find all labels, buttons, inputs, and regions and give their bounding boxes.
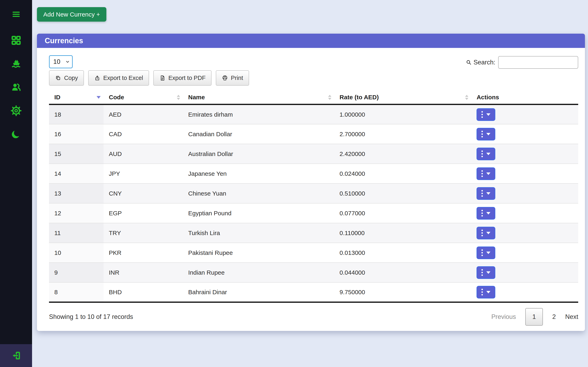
cell-id: 10 <box>49 243 104 263</box>
logout-icon <box>11 350 22 361</box>
row-actions-dropdown-button[interactable] <box>476 207 495 220</box>
sort-icon <box>465 95 468 100</box>
copy-icon <box>55 75 61 81</box>
cell-actions <box>471 263 578 282</box>
cell-rate: 2.700000 <box>334 124 471 144</box>
row-actions-dropdown-button[interactable] <box>476 286 495 299</box>
caret-down-icon <box>486 153 490 155</box>
cell-actions <box>471 164 578 184</box>
cell-name: Turkish Lira <box>183 223 334 243</box>
table-body: 18 AED Emirates dirham 1.000000 16 CAD C… <box>49 104 578 302</box>
search-box: Search: <box>466 56 578 69</box>
sidebar-item-dark-mode[interactable] <box>10 129 22 140</box>
pagination-next[interactable]: Next <box>565 313 578 320</box>
kebab-menu-icon <box>481 170 483 177</box>
export-pdf-button[interactable]: Export to PDF <box>153 70 212 86</box>
cell-code: JPY <box>104 164 183 184</box>
cell-actions <box>471 124 578 144</box>
sort-icon <box>328 95 331 100</box>
cell-code: CAD <box>104 124 183 144</box>
export-excel-button[interactable]: Export to Excel <box>88 70 149 86</box>
row-actions-dropdown-button[interactable] <box>476 247 495 259</box>
row-actions-dropdown-button[interactable] <box>476 167 495 180</box>
print-button[interactable]: Print <box>216 70 249 86</box>
row-actions-dropdown-button[interactable] <box>476 187 495 200</box>
sidebar-item-settings[interactable] <box>10 105 22 116</box>
cell-name: Chinese Yuan <box>183 184 334 203</box>
caret-down-icon <box>486 113 490 116</box>
cell-rate: 0.110000 <box>334 223 471 243</box>
printer-icon <box>222 75 228 81</box>
page-size-select[interactable]: 10 <box>49 55 73 68</box>
cell-id: 14 <box>49 164 104 184</box>
kebab-menu-icon <box>481 190 483 197</box>
caret-down-icon <box>486 192 490 195</box>
kebab-menu-icon <box>481 249 483 256</box>
kebab-menu-icon <box>481 111 483 118</box>
sort-icon <box>177 95 180 100</box>
column-header-name[interactable]: Name <box>183 91 334 104</box>
cell-code: AUD <box>104 144 183 164</box>
table-row: 12 EGP Egyptian Pound 0.077000 <box>49 203 578 223</box>
cell-name: Indian Rupee <box>183 263 334 282</box>
cell-id: 12 <box>49 203 104 223</box>
chevron-down-icon <box>65 59 70 64</box>
column-header-id[interactable]: ID <box>49 91 104 104</box>
page-size-value: 10 <box>53 58 60 66</box>
dashboard-grid-icon <box>11 35 21 46</box>
cell-name: Egyptian Pound <box>183 203 334 223</box>
pagination-page-1[interactable]: 1 <box>525 308 543 325</box>
cell-code: TRY <box>104 223 183 243</box>
caret-down-icon <box>486 173 490 175</box>
row-actions-dropdown-button[interactable] <box>476 148 495 160</box>
table-row: 14 JPY Japanese Yen 0.024000 <box>49 164 578 184</box>
cell-name: Emirates dirham <box>183 104 334 124</box>
column-header-actions: Actions <box>471 91 578 104</box>
sidebar-footer <box>0 344 32 367</box>
row-actions-dropdown-button[interactable] <box>476 128 495 141</box>
row-actions-dropdown-button[interactable] <box>476 108 495 121</box>
pagination-page-2[interactable]: 2 <box>552 313 556 320</box>
sidebar-toggle-button[interactable] <box>10 9 22 20</box>
table-row: 8 BHD Bahraini Dinar 9.750000 <box>49 282 578 302</box>
caret-down-icon <box>486 271 490 274</box>
search-input[interactable] <box>498 56 578 69</box>
table-row: 18 AED Emirates dirham 1.000000 <box>49 104 578 124</box>
kebab-menu-icon <box>481 150 483 157</box>
kebab-menu-icon <box>481 131 483 137</box>
kebab-menu-icon <box>481 289 483 295</box>
cell-id: 8 <box>49 282 104 302</box>
column-header-code[interactable]: Code <box>104 91 183 104</box>
table-row: 11 TRY Turkish Lira 0.110000 <box>49 223 578 243</box>
pagination-previous[interactable]: Previous <box>491 313 516 320</box>
column-header-rate[interactable]: Rate (to AED) <box>334 91 471 104</box>
settings-gear-icon <box>11 105 22 116</box>
cell-actions <box>471 184 578 203</box>
row-actions-dropdown-button[interactable] <box>476 227 495 239</box>
table-row: 9 INR Indian Rupee 0.044000 <box>49 263 578 282</box>
caret-down-icon <box>486 252 490 254</box>
caret-down-icon <box>486 291 490 293</box>
add-new-currency-button[interactable]: Add New Currency + <box>37 7 106 22</box>
search-icon <box>466 59 472 66</box>
cell-id: 16 <box>49 124 104 144</box>
copy-button[interactable]: Copy <box>49 70 84 86</box>
cell-rate: 1.000000 <box>334 104 471 124</box>
cell-rate: 0.024000 <box>334 164 471 184</box>
table-row: 13 CNY Chinese Yuan 0.510000 <box>49 184 578 203</box>
sidebar-item-users[interactable] <box>10 82 22 92</box>
currencies-card: Currencies 10 <box>37 34 585 331</box>
file-icon <box>159 75 165 81</box>
cell-rate: 2.420000 <box>334 144 471 164</box>
sidebar-nav <box>10 35 22 140</box>
row-actions-dropdown-button[interactable] <box>476 266 495 279</box>
cell-rate: 9.750000 <box>334 282 471 302</box>
table-row: 16 CAD Canadian Dollar 2.700000 <box>49 124 578 144</box>
cell-code: INR <box>104 263 183 282</box>
sidebar-item-shipping[interactable] <box>10 58 22 69</box>
cell-code: EGP <box>104 203 183 223</box>
sidebar-item-dashboard[interactable] <box>10 35 22 46</box>
logout-button[interactable] <box>10 350 22 361</box>
table-footer: Showing 1 to 10 of 17 records Previous 1… <box>49 308 578 325</box>
cell-actions <box>471 104 578 124</box>
